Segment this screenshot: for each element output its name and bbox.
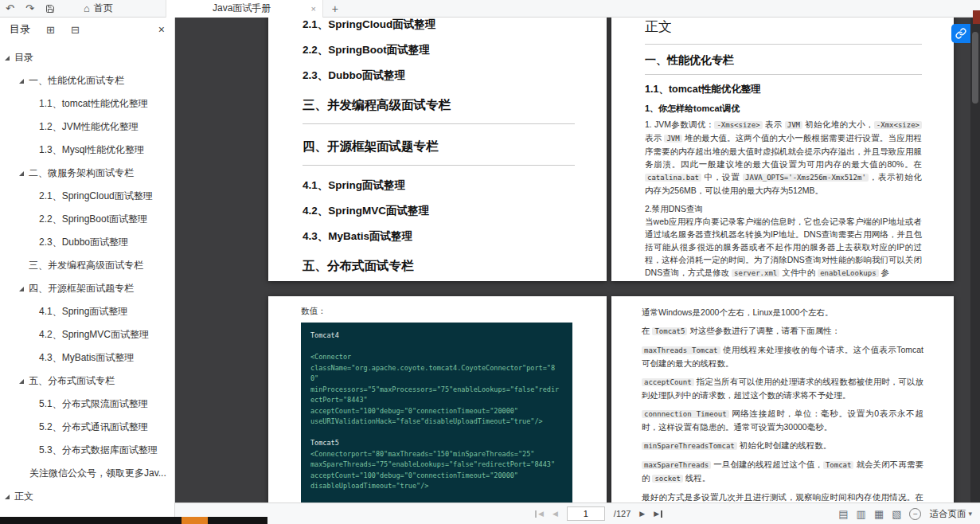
expander-icon[interactable] [19,171,24,176]
redo-button[interactable]: ↷ [20,0,40,18]
toc-section-heading: 四、开源框架面试题专栏 [303,139,575,166]
page-number-input[interactable] [567,506,605,521]
bookmark-item[interactable]: 正文 [0,485,174,508]
bookmark-label: 4.2、SpringMVC面试整理 [39,328,149,342]
code-line: maxSpareThreads="75"enableLookups="false… [310,459,563,471]
section-heading: 1.1、tomcat性能优化整理 [645,83,922,96]
bookmark-item[interactable]: 2.1、SpringCloud面试整理 [0,185,174,208]
document-tab[interactable]: Java面试手册 × [166,0,323,18]
toc-entry: 2.1、SpringCloud面试整理 [303,18,575,32]
undo-button[interactable]: ↶ [0,0,20,18]
bookmark-item[interactable]: 三、并发编程高级面试专栏 [0,254,174,277]
bookmark-item[interactable]: 二、微服务架构面试专栏 [0,162,174,185]
prev-page-button[interactable]: ◀ [552,510,558,518]
expander-icon[interactable] [19,79,24,84]
inline-code: catalina.bat [645,174,701,182]
code-block: Tomcat4 <Connector className="org.apache… [301,323,572,502]
document-section-title: 正文 [645,18,922,45]
assistant-link-button[interactable] [951,24,970,43]
expander-icon[interactable] [5,495,10,499]
inline-code: minSpareThreadsTomcat [642,442,737,450]
bookmark-label: 5.2、分布式通讯面试整理 [39,420,148,434]
new-tab-button[interactable]: + [332,2,338,15]
bookmark-item[interactable]: 4.1、Spring面试整理 [0,300,174,323]
text-run: 一旦创建的线程超过这个值， [711,459,823,469]
first-page-icon: ◀ [538,510,544,518]
bookmark-item[interactable]: 一、性能优化面试专栏 [0,69,174,92]
pdf-page-code: 数值： Tomcat4 <Connector className="org.ap… [268,296,607,502]
expander-icon[interactable] [19,287,24,291]
top-toolbar: ↶ ↷ ⌂ 首页 Java面试手册 × + [0,0,980,18]
continuous-view-icon[interactable]: ▥ [857,509,866,519]
bookmark-label: 正文 [14,490,33,503]
bookmark-item[interactable]: 1.2、JVM性能优化整理 [0,115,174,139]
fit-page-dropdown[interactable]: 适合页面▾ [929,508,972,520]
toc-entry: 2.3、Dubbo面试整理 [303,68,575,83]
expand-all-button[interactable]: ⊞ [46,25,55,35]
first-page-button[interactable]: ◀ [535,510,544,518]
expander-icon[interactable] [19,379,24,384]
bookmark-label: 2.3、Dubbo面试整理 [39,236,128,249]
book-view-icon[interactable]: ▧ [892,509,901,519]
document-tab-title: Java面试手册 [173,2,311,15]
single-page-view-icon[interactable]: ▤ [838,509,848,519]
panel-close-button[interactable]: × [158,23,165,36]
toc-section-heading: 三、并发编程高级面试专栏 [303,97,575,124]
save-button[interactable] [40,0,60,18]
home-button[interactable]: ⌂ 首页 [84,2,113,15]
expander-icon[interactable] [5,56,10,61]
inline-code: Tomcat5 [652,327,687,335]
pdf-page-toc: 2.1、SpringCloud面试整理 2.2、SpringBoot面试整理 2… [268,18,607,281]
bookmark-item[interactable]: 五、分布式面试专栏 [0,370,174,393]
bookmark-label: 1.2、JVM性能优化整理 [39,120,139,134]
bookmark-item[interactable]: 4.2、SpringMVC面试整理 [0,323,174,346]
paragraph: connnection Timeout 网络连接超时，单位：毫秒。设置为0表示永… [642,407,923,433]
inline-code: connnection Timeout [642,410,729,418]
background-window-fragment [973,10,980,24]
text-run: 1. JVM参数调优： [645,119,714,129]
zoom-out-button[interactable]: − [909,508,921,520]
text-run: 初始化时创建的线程数。 [737,440,831,450]
bookmark-item[interactable]: 1.3、Mysql性能优化整理 [0,139,174,162]
scrollbar-track[interactable] [970,18,980,502]
bookmark-item[interactable]: 2.2、SpringBoot面试整理 [0,208,174,231]
paragraph: 在 Tomcat5 对这些参数进行了调整，请看下面属性： [642,324,923,338]
bookmark-item[interactable]: 四、开源框架面试题专栏 [0,277,174,300]
bookmark-item[interactable]: 目录 [0,46,174,69]
bookmark-item[interactable]: 5.3、分布式数据库面试整理 [0,439,174,462]
inline-code: JAVA_OPTS='-Xms256m-Xmx512m' [743,174,869,182]
bookmark-label: 4.1、Spring面试整理 [39,305,127,319]
tab-close-icon[interactable]: × [310,4,315,14]
text-run: 文件中的 [779,268,818,277]
text-run: 对这些参数进行了调整，请看下面属性： [687,326,840,335]
question-heading: 1、你怎样给tomcat调优 [645,103,922,115]
paragraph: 2.禁用DNS查询 [645,202,922,215]
bookmark-label: 1.3、Mysql性能优化整理 [39,143,144,157]
bookmarks-panel: 目录 ⊞ ⊟ × 目录 一、性能优化面试专栏 1.1、tomcat性能优化整理 … [0,18,175,518]
chapter-heading: 一、性能优化专栏 [645,53,922,75]
chevron-down-icon: ▾ [968,510,972,518]
collapse-all-button[interactable]: ⊟ [71,25,80,35]
next-page-icon: ▶ [639,510,645,518]
last-page-button[interactable]: ▶ [654,510,662,518]
bookmark-label: 目录 [14,51,33,65]
bookmark-item[interactable]: 5.1、分布式限流面试整理 [0,393,174,416]
facing-pages-view-icon[interactable]: ▦ [874,509,884,519]
bookmark-item[interactable]: 5.2、分布式通讯面试整理 [0,416,174,439]
code-line: <Connector [310,352,563,363]
bookmark-item[interactable]: 1.1、tomcat性能优化整理 [0,92,174,115]
bookmark-item[interactable]: 2.3、Dubbo面试整理 [0,231,174,254]
paragraph: maxSpareThreads 一旦创建的线程超过这个值，Tomcat 就会关闭… [642,458,923,485]
link-icon [955,28,966,39]
code-caption: 数值： [301,306,575,317]
taskbar-app-icon[interactable] [182,517,208,524]
bookmark-item[interactable]: 关注微信公众号，领取更多Jav... [0,462,174,485]
bookmark-item[interactable]: 4.3、MyBatis面试整理 [0,346,174,370]
scrollbar-thumb[interactable] [972,32,978,104]
inline-code: Tomcat [823,461,854,469]
inline-code: JVM [664,135,681,143]
next-page-button[interactable]: ▶ [639,510,645,518]
text-run: 中，设置 [701,172,743,182]
document-viewport[interactable]: 2.1、SpringCloud面试整理 2.2、SpringBoot面试整理 2… [175,18,970,502]
page-navigation: ◀ ◀ /127 ▶ ▶ [535,503,662,524]
